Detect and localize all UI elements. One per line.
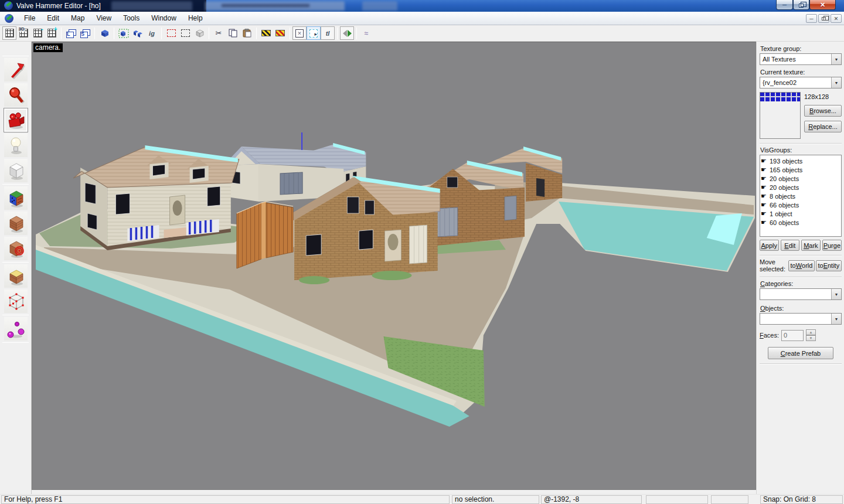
toggle-3d-grid-button[interactable]: 3D <box>16 26 30 40</box>
menu-file[interactable]: File <box>18 13 41 23</box>
carve-button[interactable] <box>97 26 111 40</box>
cut-button[interactable]: ✂ <box>212 26 226 40</box>
visgroup-item[interactable]: ☛193 objects <box>761 156 840 165</box>
textured-cube-icon <box>6 188 26 208</box>
larger-grid-button[interactable]: + <box>45 26 59 40</box>
entity-tool-button[interactable] <box>4 134 28 157</box>
tool-group-separator <box>2 342 29 343</box>
tool-group-separator <box>2 56 29 56</box>
current-texture-combo[interactable]: {rv_fence02 ▼ <box>760 77 842 88</box>
path-tool-button[interactable] <box>4 317 28 340</box>
visgroup-item[interactable]: ☛8 objects <box>761 192 840 200</box>
selection-tool-button[interactable] <box>4 58 28 81</box>
to-entity-button[interactable]: toEntity <box>816 260 842 271</box>
objects-combo[interactable]: ▼ <box>760 313 842 325</box>
flip-button[interactable] <box>340 26 354 40</box>
close-button[interactable]: ✕ <box>809 0 836 10</box>
mdi-close-button[interactable]: ✕ <box>831 14 842 23</box>
purge-button[interactable]: Purge <box>822 240 842 251</box>
window-title: Valve Hammer Editor - [ho] <box>16 2 101 10</box>
visgroup-item[interactable]: ☛60 objects <box>761 218 840 227</box>
minimize-button[interactable]: ─ <box>776 0 793 10</box>
visgroup-item[interactable]: ☛66 objects <box>761 200 840 209</box>
visgroup-item[interactable]: ☛20 objects <box>761 174 840 183</box>
ignore-groups-icon: ig <box>149 30 155 37</box>
replace-button[interactable]: Replace... <box>804 121 842 132</box>
paste-button[interactable] <box>240 26 254 40</box>
close-icon: ✕ <box>820 1 825 9</box>
flip-icon <box>343 30 352 37</box>
visgroup-item[interactable]: ☛1 object <box>761 209 840 218</box>
texture-group-combo[interactable]: All Textures ▼ <box>760 53 842 65</box>
menu-help[interactable]: Help <box>182 13 209 23</box>
to-world-button[interactable]: toWorld <box>788 260 814 271</box>
menu-view[interactable]: View <box>90 13 117 23</box>
toggle-cordon-button[interactable] <box>259 26 273 40</box>
show-all-button[interactable] <box>192 26 206 40</box>
visgroup-item[interactable]: ☛20 objects <box>761 183 840 192</box>
toggle-grid-button[interactable] <box>2 26 16 40</box>
mdi-document-icon[interactable] <box>5 14 13 23</box>
visgroups-list[interactable]: ☛193 objects ☛165 objects ☛20 objects ☛2… <box>760 155 842 237</box>
create-prefab-button[interactable]: Create Prefab <box>768 347 833 359</box>
categories-combo[interactable]: ▼ <box>760 288 842 300</box>
spinner-up-button[interactable]: ▲ <box>806 329 816 335</box>
background-window-tab <box>111 1 192 11</box>
decal-cube-icon <box>6 239 26 258</box>
hide-unselected-button[interactable] <box>178 26 192 40</box>
group-button[interactable] <box>117 26 131 40</box>
mdi-restore-button[interactable] <box>818 14 829 23</box>
apply-current-texture-tool-button[interactable] <box>4 212 28 235</box>
current-texture-value: {rv_fence02 <box>760 79 831 86</box>
vertex-tool-button[interactable] <box>4 290 28 313</box>
texture-application-tool-button[interactable] <box>4 186 28 210</box>
chevron-down-icon[interactable]: ▼ <box>831 289 841 299</box>
view-type-label[interactable]: camera. <box>33 43 63 52</box>
grid-smaller-icon: - <box>33 29 42 38</box>
edit-button[interactable]: Edit <box>781 240 800 251</box>
browse-button[interactable]: Browse... <box>804 105 842 117</box>
mark-button[interactable]: Mark <box>801 240 821 251</box>
texture-lock-button[interactable]: tl <box>321 26 335 40</box>
scene-3d-render[interactable] <box>32 42 755 489</box>
block-tool-button[interactable] <box>4 159 28 182</box>
faces-input[interactable]: 0 <box>781 330 804 341</box>
apply-decals-tool-button[interactable] <box>4 237 28 260</box>
save-window-state-button[interactable]: S <box>78 26 92 40</box>
ungroup-button[interactable] <box>131 26 145 40</box>
load-window-state-button[interactable]: L <box>64 26 78 40</box>
ignore-groups-button[interactable]: ig <box>145 26 159 40</box>
panel-divider <box>760 277 842 278</box>
apply-button[interactable]: Apply <box>760 240 779 251</box>
copy-button[interactable] <box>226 26 240 40</box>
spinner-down-button[interactable]: ▼ <box>806 335 816 341</box>
clipping-tool-button[interactable] <box>4 264 28 288</box>
chevron-down-icon[interactable]: ▼ <box>831 314 841 324</box>
menu-edit[interactable]: Edit <box>41 13 65 23</box>
chevron-down-icon[interactable]: ▼ <box>831 77 841 88</box>
select-by-handles-button[interactable]: ✕ <box>292 26 307 40</box>
camera-tool-button[interactable] <box>4 108 28 132</box>
status-empty-pane <box>646 495 708 504</box>
3d-viewport[interactable]: camera. <box>32 42 756 490</box>
texture-group-label: Texture group: <box>760 45 842 52</box>
visgroup-item[interactable]: ☛165 objects <box>761 165 840 174</box>
background-window-tab <box>205 1 345 11</box>
chevron-down-icon[interactable]: ▼ <box>831 54 841 64</box>
menu-window[interactable]: Window <box>145 13 182 23</box>
clip-cube-icon <box>6 266 26 286</box>
load-window-state-icon: L <box>66 29 76 38</box>
hide-selected-button[interactable] <box>164 26 178 40</box>
panel-divider <box>760 363 842 365</box>
tool-group-separator <box>2 184 29 185</box>
smaller-grid-button[interactable]: - <box>30 26 45 40</box>
magnify-tool-button[interactable] <box>4 83 28 107</box>
edit-cordon-button[interactable] <box>273 26 287 40</box>
restore-button[interactable] <box>793 0 809 10</box>
check-map-button[interactable]: ≈ <box>359 26 373 40</box>
menu-tools[interactable]: Tools <box>117 13 145 23</box>
auto-selection-button[interactable]: ▸ <box>307 26 321 40</box>
menu-map[interactable]: Map <box>65 13 90 23</box>
mdi-minimize-button[interactable]: ─ <box>806 14 817 23</box>
save-window-state-icon: S <box>80 29 90 38</box>
